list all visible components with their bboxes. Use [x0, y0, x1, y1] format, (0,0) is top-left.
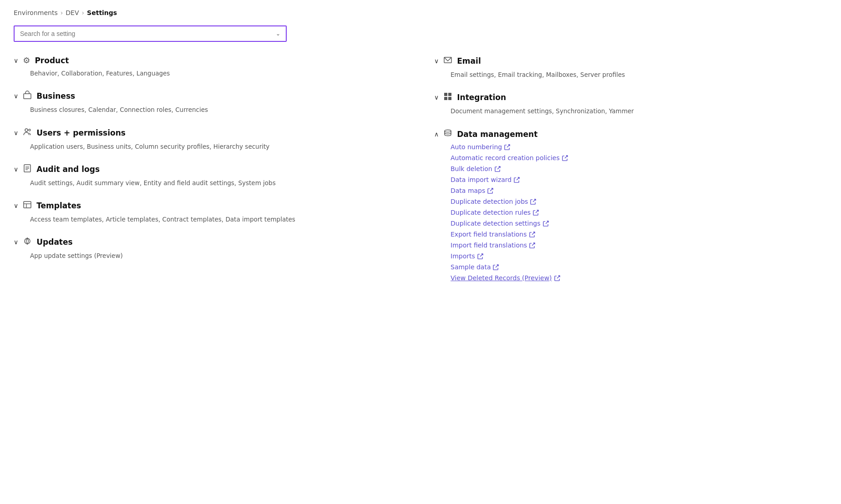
breadcrumb-separator-2: ›: [82, 9, 85, 16]
section-updates-header[interactable]: ∨ Updates: [14, 237, 407, 247]
search-input[interactable]: [20, 30, 276, 37]
audit-icon: [23, 164, 32, 175]
breadcrumb-dev[interactable]: DEV: [66, 9, 79, 16]
breadcrumb-current: Settings: [87, 9, 117, 16]
section-data-management-header[interactable]: ∧ Data management: [434, 129, 827, 140]
chevron-down-icon: ⌄: [276, 30, 280, 37]
section-business-header[interactable]: ∨ Business: [14, 91, 407, 101]
external-link-icon-13: [554, 275, 560, 281]
section-audit-header[interactable]: ∨ Audit and logs: [14, 164, 407, 175]
section-templates: ∨ Templates Access team templates, Artic…: [14, 200, 407, 224]
external-link-icon-3: [495, 166, 501, 172]
audit-toggle[interactable]: ∨: [14, 166, 18, 173]
section-business: ∨ Business Business closures, Calendar, …: [14, 91, 407, 114]
product-icon: ⚙: [23, 55, 30, 65]
link-data-import-wizard[interactable]: Data import wizard: [451, 176, 827, 183]
data-management-toggle[interactable]: ∧: [434, 131, 439, 138]
left-column: ∨ ⚙ Product Behavior, Collaboration, Fea…: [14, 55, 407, 294]
section-product-header[interactable]: ∨ ⚙ Product: [14, 55, 407, 65]
section-users-header[interactable]: ∨ Users + permissions: [14, 127, 407, 138]
section-audit-logs: ∨ Audit and logs Audit settings, Audit s…: [14, 164, 407, 187]
breadcrumb-environments[interactable]: Environments: [14, 9, 58, 16]
link-duplicate-detection-rules[interactable]: Duplicate detection rules: [451, 209, 827, 216]
svg-rect-7: [24, 202, 31, 208]
users-title: Users + permissions: [36, 128, 126, 137]
link-duplicate-detection-settings[interactable]: Duplicate detection settings: [451, 220, 827, 227]
product-toggle[interactable]: ∨: [14, 57, 18, 64]
updates-title: Updates: [36, 237, 72, 247]
updates-icon: [23, 237, 32, 247]
link-view-deleted-records[interactable]: View Deleted Records (Preview): [451, 274, 827, 282]
section-updates: ∨ Updates App update settings (Preview): [14, 237, 407, 260]
audit-description: Audit settings, Audit summary view, Enti…: [14, 178, 407, 187]
external-link-icon: [504, 144, 510, 150]
search-box[interactable]: ⌄: [14, 25, 287, 42]
email-icon: [443, 55, 452, 66]
link-export-field-translations[interactable]: Export field translations: [451, 231, 827, 238]
external-link-icon-9: [529, 232, 535, 237]
search-container: ⌄: [14, 25, 827, 42]
link-data-maps[interactable]: Data maps: [451, 187, 827, 194]
business-description: Business closures, Calendar, Connection …: [14, 105, 407, 114]
templates-title: Templates: [36, 201, 81, 210]
section-templates-header[interactable]: ∨ Templates: [14, 200, 407, 211]
business-icon: [23, 91, 32, 101]
svg-rect-11: [444, 93, 447, 96]
email-toggle[interactable]: ∨: [434, 57, 439, 65]
svg-rect-13: [444, 97, 447, 100]
external-link-icon-8: [543, 221, 549, 227]
link-duplicate-detection-jobs[interactable]: Duplicate detection jobs: [451, 198, 827, 205]
svg-rect-0: [24, 94, 31, 99]
link-imports[interactable]: Imports: [451, 252, 827, 260]
integration-toggle[interactable]: ∨: [434, 94, 439, 101]
data-management-icon: [443, 129, 452, 140]
product-title: Product: [35, 56, 69, 65]
svg-point-2: [29, 129, 30, 131]
external-link-icon-5: [487, 188, 493, 194]
svg-rect-12: [448, 93, 451, 96]
svg-rect-14: [448, 97, 451, 100]
section-product: ∨ ⚙ Product Behavior, Collaboration, Fea…: [14, 55, 407, 78]
external-link-icon-6: [530, 199, 536, 205]
section-data-management: ∧ Data management Auto numbering Automat…: [434, 129, 827, 282]
svg-point-15: [445, 130, 451, 132]
section-integration-header[interactable]: ∨ Integration: [434, 92, 827, 103]
users-description: Application users, Business units, Colum…: [14, 142, 407, 151]
link-bulk-deletion[interactable]: Bulk deletion: [451, 165, 827, 172]
section-integration: ∨ Integration Document management settin…: [434, 92, 827, 116]
link-sample-data[interactable]: Sample data: [451, 263, 827, 271]
breadcrumb-separator-1: ›: [61, 9, 63, 16]
data-management-title: Data management: [457, 130, 537, 139]
users-toggle[interactable]: ∨: [14, 129, 18, 136]
link-automatic-record-creation[interactable]: Automatic record creation policies: [451, 154, 827, 161]
external-link-icon-7: [533, 210, 539, 216]
users-icon: [23, 127, 32, 138]
external-link-icon-4: [514, 177, 520, 183]
breadcrumb: Environments › DEV › Settings: [14, 9, 827, 16]
integration-description: Document management settings, Synchroniz…: [434, 106, 827, 116]
settings-grid: ∨ ⚙ Product Behavior, Collaboration, Fea…: [14, 55, 827, 294]
right-column: ∨ Email Email settings, Email tracking, …: [434, 55, 827, 294]
templates-icon: [23, 200, 32, 211]
svg-point-1: [25, 129, 28, 131]
external-link-icon-12: [493, 264, 499, 270]
link-import-field-translations[interactable]: Import field translations: [451, 242, 827, 249]
section-users-permissions: ∨ Users + permissions Application users,…: [14, 127, 407, 151]
audit-title: Audit and logs: [36, 165, 100, 174]
updates-description: App update settings (Preview): [14, 251, 407, 260]
section-email-header[interactable]: ∨ Email: [434, 55, 827, 66]
templates-description: Access team templates, Article templates…: [14, 215, 407, 224]
email-title: Email: [457, 56, 481, 66]
data-management-links: Auto numbering Automatic record creation…: [434, 143, 827, 282]
email-description: Email settings, Email tracking, Mailboxe…: [434, 70, 827, 79]
business-title: Business: [36, 91, 75, 101]
business-toggle[interactable]: ∨: [14, 92, 18, 100]
section-email: ∨ Email Email settings, Email tracking, …: [434, 55, 827, 79]
external-link-icon-2: [562, 155, 568, 161]
external-link-icon-11: [477, 253, 483, 259]
templates-toggle[interactable]: ∨: [14, 202, 18, 209]
link-auto-numbering[interactable]: Auto numbering: [451, 143, 827, 151]
product-description: Behavior, Collaboration, Features, Langu…: [14, 69, 407, 78]
integration-icon: [443, 92, 452, 103]
updates-toggle[interactable]: ∨: [14, 238, 18, 246]
